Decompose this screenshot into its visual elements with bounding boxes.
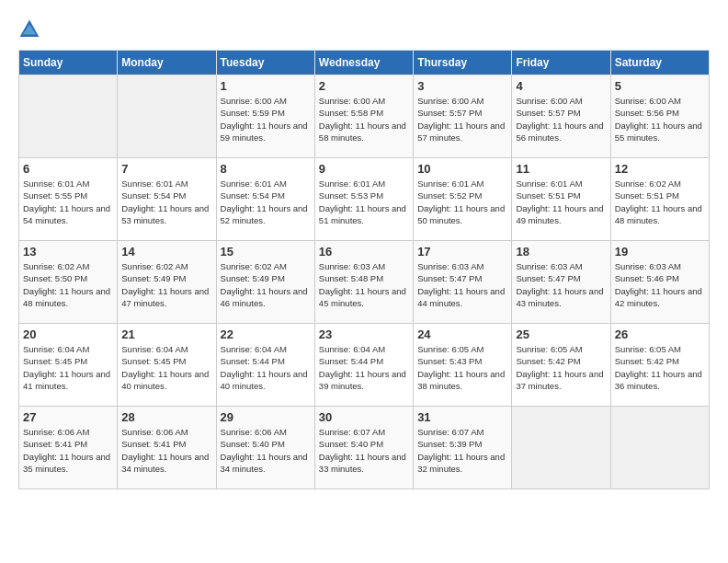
calendar-week-row: 13Sunrise: 6:02 AM Sunset: 5:50 PM Dayli… <box>19 241 710 324</box>
day-number: 24 <box>417 327 507 341</box>
day-info: Sunrise: 6:04 AM Sunset: 5:44 PM Dayligh… <box>319 343 409 392</box>
day-info: Sunrise: 6:06 AM Sunset: 5:41 PM Dayligh… <box>121 426 211 475</box>
weekday-header: Friday <box>512 51 610 75</box>
calendar-week-row: 20Sunrise: 6:04 AM Sunset: 5:45 PM Dayli… <box>19 324 710 407</box>
day-number: 11 <box>516 162 606 176</box>
day-info: Sunrise: 6:03 AM Sunset: 5:47 PM Dayligh… <box>417 260 507 309</box>
calendar-day-cell <box>610 407 709 489</box>
day-number: 22 <box>221 327 311 341</box>
calendar-day-cell: 7Sunrise: 6:01 AM Sunset: 5:54 PM Daylig… <box>118 158 216 241</box>
day-info: Sunrise: 6:00 AM Sunset: 5:58 PM Dayligh… <box>319 95 409 144</box>
calendar-day-cell: 30Sunrise: 6:07 AM Sunset: 5:40 PM Dayli… <box>314 407 413 489</box>
day-info: Sunrise: 6:01 AM Sunset: 5:53 PM Dayligh… <box>319 178 409 226</box>
calendar-day-cell: 24Sunrise: 6:05 AM Sunset: 5:43 PM Dayli… <box>414 324 512 407</box>
day-number: 27 <box>23 410 113 424</box>
day-info: Sunrise: 6:04 AM Sunset: 5:45 PM Dayligh… <box>23 343 113 392</box>
day-number: 1 <box>221 79 311 93</box>
day-info: Sunrise: 6:04 AM Sunset: 5:44 PM Dayligh… <box>221 343 311 392</box>
day-info: Sunrise: 6:07 AM Sunset: 5:40 PM Dayligh… <box>319 426 409 475</box>
day-number: 2 <box>319 79 409 93</box>
calendar-day-cell: 19Sunrise: 6:03 AM Sunset: 5:46 PM Dayli… <box>610 241 709 324</box>
day-number: 17 <box>417 245 507 259</box>
day-number: 4 <box>516 79 606 93</box>
calendar-day-cell: 18Sunrise: 6:03 AM Sunset: 5:47 PM Dayli… <box>512 241 610 324</box>
day-number: 13 <box>23 245 113 259</box>
day-info: Sunrise: 6:02 AM Sunset: 5:49 PM Dayligh… <box>221 260 311 309</box>
calendar-day-cell: 17Sunrise: 6:03 AM Sunset: 5:47 PM Dayli… <box>414 241 512 324</box>
day-info: Sunrise: 6:05 AM Sunset: 5:42 PM Dayligh… <box>615 343 705 392</box>
day-info: Sunrise: 6:07 AM Sunset: 5:39 PM Dayligh… <box>417 426 507 475</box>
calendar-day-cell: 31Sunrise: 6:07 AM Sunset: 5:39 PM Dayli… <box>414 407 512 489</box>
calendar-day-cell: 3Sunrise: 6:00 AM Sunset: 5:57 PM Daylig… <box>414 75 512 158</box>
weekday-header: Saturday <box>610 51 709 75</box>
day-number: 19 <box>615 245 705 259</box>
day-number: 18 <box>516 245 606 259</box>
day-info: Sunrise: 6:01 AM Sunset: 5:55 PM Dayligh… <box>23 178 113 226</box>
day-number: 21 <box>121 327 211 341</box>
calendar-day-cell <box>118 75 216 158</box>
page-header <box>18 18 710 40</box>
day-number: 9 <box>319 162 409 176</box>
day-info: Sunrise: 6:02 AM Sunset: 5:50 PM Dayligh… <box>23 260 113 309</box>
day-number: 20 <box>23 327 113 341</box>
day-info: Sunrise: 6:05 AM Sunset: 5:42 PM Dayligh… <box>516 343 606 392</box>
calendar-day-cell: 28Sunrise: 6:06 AM Sunset: 5:41 PM Dayli… <box>118 407 216 489</box>
day-info: Sunrise: 6:01 AM Sunset: 5:52 PM Dayligh… <box>417 178 507 226</box>
logo-icon <box>18 18 40 40</box>
day-number: 5 <box>615 79 705 93</box>
day-number: 14 <box>121 245 211 259</box>
calendar-table: SundayMondayTuesdayWednesdayThursdayFrid… <box>18 50 710 489</box>
logo <box>18 18 44 40</box>
day-number: 10 <box>417 162 507 176</box>
calendar-day-cell: 25Sunrise: 6:05 AM Sunset: 5:42 PM Dayli… <box>512 324 610 407</box>
calendar-day-cell: 12Sunrise: 6:02 AM Sunset: 5:51 PM Dayli… <box>610 158 709 241</box>
calendar-day-cell: 1Sunrise: 6:00 AM Sunset: 5:59 PM Daylig… <box>216 75 314 158</box>
weekday-header: Sunday <box>19 51 118 75</box>
day-info: Sunrise: 6:01 AM Sunset: 5:54 PM Dayligh… <box>121 178 211 226</box>
day-number: 8 <box>221 162 311 176</box>
calendar-day-cell <box>512 407 610 489</box>
day-info: Sunrise: 6:01 AM Sunset: 5:54 PM Dayligh… <box>221 178 311 226</box>
calendar-day-cell: 2Sunrise: 6:00 AM Sunset: 5:58 PM Daylig… <box>314 75 413 158</box>
weekday-header-row: SundayMondayTuesdayWednesdayThursdayFrid… <box>19 51 710 75</box>
day-info: Sunrise: 6:03 AM Sunset: 5:47 PM Dayligh… <box>516 260 606 309</box>
calendar-day-cell: 27Sunrise: 6:06 AM Sunset: 5:41 PM Dayli… <box>19 407 118 489</box>
day-info: Sunrise: 6:03 AM Sunset: 5:46 PM Dayligh… <box>615 260 705 309</box>
calendar-week-row: 27Sunrise: 6:06 AM Sunset: 5:41 PM Dayli… <box>19 407 710 489</box>
weekday-header: Thursday <box>414 51 512 75</box>
day-number: 15 <box>221 245 311 259</box>
calendar-day-cell: 16Sunrise: 6:03 AM Sunset: 5:48 PM Dayli… <box>314 241 413 324</box>
day-info: Sunrise: 6:01 AM Sunset: 5:51 PM Dayligh… <box>516 178 606 226</box>
day-info: Sunrise: 6:05 AM Sunset: 5:43 PM Dayligh… <box>417 343 507 392</box>
day-info: Sunrise: 6:00 AM Sunset: 5:56 PM Dayligh… <box>615 95 705 144</box>
calendar-week-row: 6Sunrise: 6:01 AM Sunset: 5:55 PM Daylig… <box>19 158 710 241</box>
calendar-day-cell <box>19 75 118 158</box>
day-info: Sunrise: 6:04 AM Sunset: 5:45 PM Dayligh… <box>121 343 211 392</box>
day-info: Sunrise: 6:00 AM Sunset: 5:57 PM Dayligh… <box>417 95 507 144</box>
calendar-day-cell: 14Sunrise: 6:02 AM Sunset: 5:49 PM Dayli… <box>118 241 216 324</box>
day-number: 31 <box>417 410 507 424</box>
day-info: Sunrise: 6:02 AM Sunset: 5:51 PM Dayligh… <box>615 178 705 226</box>
day-number: 23 <box>319 327 409 341</box>
day-number: 28 <box>121 410 211 424</box>
calendar-day-cell: 23Sunrise: 6:04 AM Sunset: 5:44 PM Dayli… <box>314 324 413 407</box>
calendar-day-cell: 29Sunrise: 6:06 AM Sunset: 5:40 PM Dayli… <box>216 407 314 489</box>
calendar-day-cell: 13Sunrise: 6:02 AM Sunset: 5:50 PM Dayli… <box>19 241 118 324</box>
day-number: 3 <box>417 79 507 93</box>
calendar-week-row: 1Sunrise: 6:00 AM Sunset: 5:59 PM Daylig… <box>19 75 710 158</box>
day-number: 29 <box>221 410 311 424</box>
day-info: Sunrise: 6:03 AM Sunset: 5:48 PM Dayligh… <box>319 260 409 309</box>
calendar-day-cell: 4Sunrise: 6:00 AM Sunset: 5:57 PM Daylig… <box>512 75 610 158</box>
calendar-day-cell: 8Sunrise: 6:01 AM Sunset: 5:54 PM Daylig… <box>216 158 314 241</box>
calendar-day-cell: 15Sunrise: 6:02 AM Sunset: 5:49 PM Dayli… <box>216 241 314 324</box>
weekday-header: Wednesday <box>314 51 413 75</box>
calendar-day-cell: 11Sunrise: 6:01 AM Sunset: 5:51 PM Dayli… <box>512 158 610 241</box>
calendar-day-cell: 6Sunrise: 6:01 AM Sunset: 5:55 PM Daylig… <box>19 158 118 241</box>
calendar-day-cell: 5Sunrise: 6:00 AM Sunset: 5:56 PM Daylig… <box>610 75 709 158</box>
day-number: 25 <box>516 327 606 341</box>
day-info: Sunrise: 6:00 AM Sunset: 5:59 PM Dayligh… <box>221 95 311 144</box>
day-info: Sunrise: 6:00 AM Sunset: 5:57 PM Dayligh… <box>516 95 606 144</box>
day-number: 12 <box>615 162 705 176</box>
calendar-day-cell: 20Sunrise: 6:04 AM Sunset: 5:45 PM Dayli… <box>19 324 118 407</box>
day-info: Sunrise: 6:06 AM Sunset: 5:40 PM Dayligh… <box>221 426 311 475</box>
